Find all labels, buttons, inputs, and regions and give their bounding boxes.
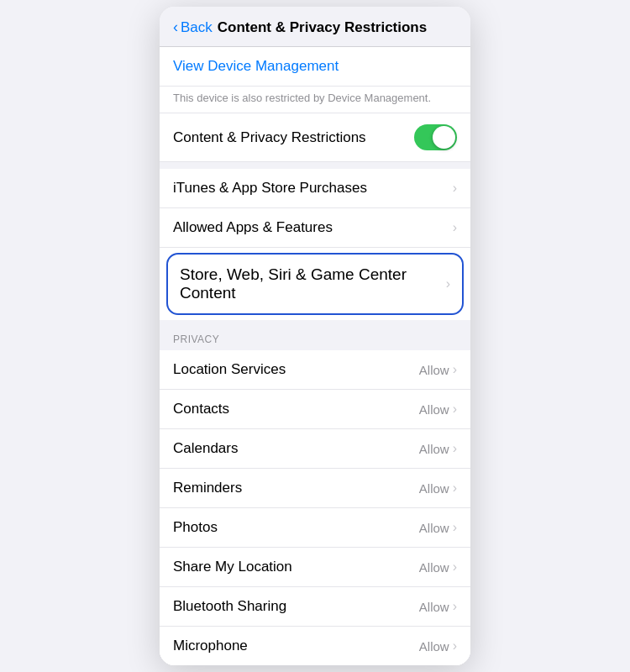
reminders-chevron-icon: › (453, 480, 457, 496)
photos-label: Photos (173, 519, 419, 536)
allowed-apps-chevron-icon: › (453, 220, 457, 235)
bluetooth-sharing-chevron-icon: › (453, 599, 457, 614)
location-services-label: Location Services (173, 361, 419, 378)
microphone-row[interactable]: Microphone Allow › (160, 627, 470, 665)
calendars-label: Calendars (173, 440, 419, 457)
allowed-apps-label: Allowed Apps & Features (173, 219, 453, 236)
share-location-chevron-icon: › (453, 559, 457, 575)
share-location-row[interactable]: Share My Location Allow › (160, 548, 470, 587)
microphone-label: Microphone (173, 638, 419, 654)
back-label: Back (181, 19, 213, 36)
photos-value: Allow (419, 521, 449, 535)
contacts-chevron-icon: › (453, 402, 457, 417)
store-web-siri-label: Store, Web, Siri & Game Center Content (180, 265, 446, 302)
share-location-label: Share My Location (173, 559, 419, 575)
photos-row[interactable]: Photos Allow › (160, 508, 470, 548)
back-button[interactable]: ‹ Back (173, 18, 213, 36)
back-chevron-icon: ‹ (173, 18, 178, 36)
privacy-section-header: PRIVACY (160, 320, 470, 350)
contacts-value: Allow (419, 402, 449, 417)
share-location-value: Allow (419, 560, 449, 575)
nav-header: ‹ Back Content & Privacy Restrictions (160, 7, 470, 47)
device-management-row[interactable]: View Device Management (160, 47, 470, 87)
privacy-rows: Location Services Allow › Contacts Allow… (160, 350, 470, 665)
bluetooth-sharing-row[interactable]: Bluetooth Sharing Allow › (160, 587, 470, 627)
itunes-purchases-chevron-icon: › (453, 181, 457, 196)
calendars-chevron-icon: › (453, 441, 457, 456)
reminders-label: Reminders (173, 480, 419, 496)
store-web-siri-chevron-icon: › (446, 276, 450, 291)
location-services-row[interactable]: Location Services Allow › (160, 350, 470, 390)
bluetooth-sharing-value: Allow (419, 600, 449, 614)
device-management-subtext: This device is also restricted by Device… (160, 87, 470, 113)
photos-chevron-icon: › (453, 520, 457, 535)
toggle-label: Content & Privacy Restrictions (173, 129, 414, 146)
itunes-purchases-label: iTunes & App Store Purchases (173, 180, 453, 197)
microphone-value: Allow (419, 639, 449, 654)
device-management-label: View Device Management (173, 58, 457, 75)
location-services-value: Allow (419, 363, 449, 377)
reminders-row[interactable]: Reminders Allow › (160, 469, 470, 508)
content-privacy-toggle[interactable] (414, 124, 457, 150)
privacy-section: PRIVACY Location Services Allow › Contac… (160, 320, 470, 665)
store-web-siri-row[interactable]: Store, Web, Siri & Game Center Content › (166, 253, 464, 315)
settings-list: View Device Management This device is al… (160, 47, 470, 665)
page-title: Content & Privacy Restrictions (218, 19, 427, 36)
contacts-row[interactable]: Contacts Allow › (160, 390, 470, 429)
location-services-chevron-icon: › (453, 362, 457, 377)
itunes-purchases-row[interactable]: iTunes & App Store Purchases › (160, 169, 470, 208)
allowed-apps-row[interactable]: Allowed Apps & Features › (160, 208, 470, 248)
content-privacy-toggle-row: Content & Privacy Restrictions (160, 113, 470, 162)
contacts-label: Contacts (173, 401, 419, 417)
reminders-value: Allow (419, 481, 449, 496)
calendars-value: Allow (419, 442, 449, 456)
bluetooth-sharing-label: Bluetooth Sharing (173, 598, 419, 615)
calendars-row[interactable]: Calendars Allow › (160, 429, 470, 469)
settings-panel: ‹ Back Content & Privacy Restrictions Vi… (160, 7, 470, 665)
divider-1 (160, 162, 470, 169)
microphone-chevron-icon: › (453, 638, 457, 654)
toggle-knob (433, 126, 455, 149)
